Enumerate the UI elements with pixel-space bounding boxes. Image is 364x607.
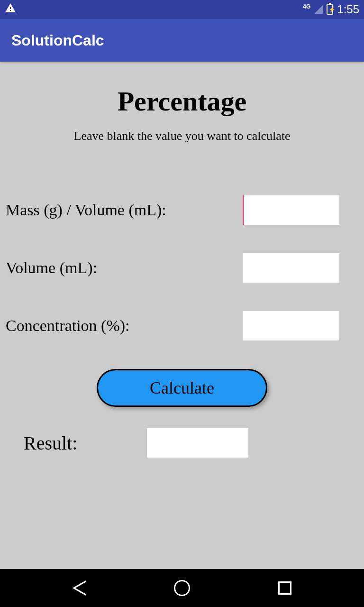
app-title: SolutionCalc [11, 32, 104, 49]
result-output [147, 428, 248, 458]
form-container: Mass (g) / Volume (mL): Volume (mL): Con… [6, 195, 358, 458]
status-left [5, 2, 303, 17]
mass-input[interactable] [243, 195, 339, 225]
result-row: Result: [6, 428, 358, 458]
navigation-bar [0, 569, 364, 607]
back-button[interactable] [73, 580, 86, 596]
concentration-input[interactable] [243, 311, 339, 340]
clock: 1:55 [337, 3, 359, 16]
status-bar: 4G ⚡ 1:55 [0, 0, 364, 19]
concentration-row: Concentration (%): [6, 311, 358, 340]
mass-label: Mass (g) / Volume (mL): [6, 201, 243, 219]
volume-input[interactable] [243, 253, 339, 283]
calculate-button[interactable]: Calculate [97, 369, 267, 407]
main-content: Percentage Leave blank the value you wan… [0, 62, 364, 467]
page-title: Percentage [6, 85, 358, 117]
network-indicator: 4G [303, 3, 310, 10]
result-label: Result: [24, 432, 147, 454]
concentration-label: Concentration (%): [6, 317, 243, 335]
volume-row: Volume (mL): [6, 253, 358, 283]
page-subtitle: Leave blank the value you want to calcul… [6, 129, 358, 143]
signal-icon [314, 5, 323, 14]
recent-apps-button[interactable] [278, 581, 291, 595]
battery-icon: ⚡ [327, 4, 333, 15]
status-right: 4G ⚡ 1:55 [303, 3, 359, 16]
volume-label: Volume (mL): [6, 259, 243, 277]
home-button[interactable] [174, 580, 190, 596]
warning-icon [5, 2, 16, 17]
mass-row: Mass (g) / Volume (mL): [6, 195, 358, 225]
app-bar: SolutionCalc [0, 19, 364, 62]
